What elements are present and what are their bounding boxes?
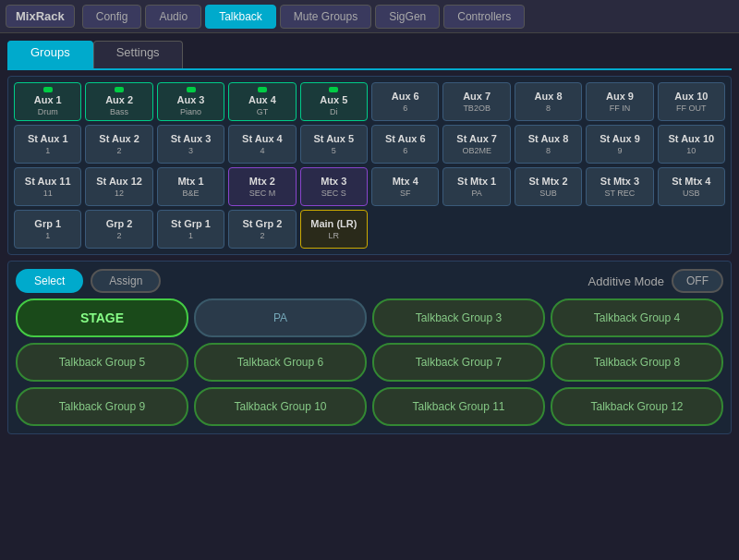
channel-sub: 2 — [117, 146, 122, 155]
channel-staux12[interactable]: St Aux 12 12 — [85, 167, 152, 206]
tab-controllers[interactable]: Controllers — [443, 5, 525, 29]
tb-group-6[interactable]: Talkback Group 6 — [194, 343, 367, 382]
sub-tab-settings[interactable]: Settings — [93, 41, 183, 68]
channel-aux4[interactable]: Aux 4 GT — [228, 82, 296, 121]
channel-name: Mtx 1 — [177, 176, 203, 188]
tb-group-10[interactable]: Talkback Group 10 — [194, 387, 367, 426]
channel-name: Aux 3 — [177, 94, 205, 106]
channel-grp1[interactable]: Grp 1 1 — [14, 210, 81, 249]
channel-aux7[interactable]: Aux 7 TB2OB — [442, 82, 510, 121]
channel-name: Mtx 3 — [321, 176, 346, 188]
tb-group-7[interactable]: Talkback Group 7 — [372, 343, 545, 382]
channel-name: Aux 5 — [320, 94, 347, 106]
channel-row-aux: Aux 1 Drum Aux 2 Bass Aux 3 Piano Aux 4 … — [14, 82, 725, 121]
tb-groups-grid: STAGE PA Talkback Group 3 Talkback Group… — [16, 298, 723, 426]
tab-talkback[interactable]: Talkback — [205, 5, 276, 29]
channel-grp2[interactable]: Grp 2 2 — [85, 210, 152, 249]
select-button[interactable]: Select — [16, 269, 83, 293]
channel-staux7[interactable]: St Aux 7 OB2ME — [442, 125, 510, 164]
tb-group-11[interactable]: Talkback Group 11 — [372, 387, 545, 426]
tb-group-pa[interactable]: PA — [194, 298, 367, 337]
channel-sub: FF IN — [610, 103, 631, 113]
channel-sub: 11 — [43, 189, 53, 198]
channel-name: St Aux 12 — [96, 176, 142, 188]
channel-row-staux: St Aux 1 1 St Aux 2 2 St Aux 3 3 St Aux … — [14, 125, 725, 164]
tab-siggen[interactable]: SigGen — [375, 5, 440, 29]
additive-mode-button[interactable]: OFF — [672, 269, 723, 293]
tab-config[interactable]: Config — [82, 5, 142, 29]
channel-staux1[interactable]: St Aux 1 1 — [14, 125, 81, 164]
channel-stmtx2[interactable]: St Mtx 2 SUB — [515, 167, 582, 206]
channel-aux9[interactable]: Aux 9 FF IN — [586, 82, 653, 121]
channel-mtx1[interactable]: Mtx 1 B&E — [157, 167, 224, 206]
channel-aux3[interactable]: Aux 3 Piano — [157, 82, 224, 121]
channel-aux6[interactable]: Aux 6 6 — [371, 82, 439, 121]
channel-staux2[interactable]: St Aux 2 2 — [85, 125, 152, 164]
channel-stmtx1[interactable]: St Mtx 1 PA — [442, 167, 510, 206]
channel-sub: USB — [683, 189, 700, 198]
channel-aux2[interactable]: Aux 2 Bass — [85, 82, 152, 121]
channel-sub: SUB — [539, 189, 557, 198]
channel-sub: ST REC — [605, 189, 636, 198]
channel-stgrp1[interactable]: St Grp 1 1 — [157, 210, 224, 249]
channel-sub: 8 — [546, 103, 551, 113]
channel-main-lr[interactable]: Main (LR) LR — [300, 210, 368, 249]
channel-row-mtx: St Aux 11 11 St Aux 12 12 Mtx 1 B&E Mtx … — [14, 167, 725, 206]
channel-name: Aux 7 — [463, 91, 491, 103]
tb-group-3[interactable]: Talkback Group 3 — [372, 298, 545, 337]
channel-staux5[interactable]: St Aux 5 5 — [300, 125, 368, 164]
additive-mode-label: Additive Mode — [588, 274, 664, 288]
channel-name: Aux 6 — [392, 91, 419, 103]
channel-mtx3[interactable]: Mtx 3 SEC S — [300, 167, 368, 206]
channel-staux8[interactable]: St Aux 8 8 — [515, 125, 582, 164]
channel-name: Grp 2 — [106, 218, 133, 230]
channel-aux5[interactable]: Aux 5 Di — [300, 82, 368, 121]
channel-name: Aux 2 — [105, 94, 133, 106]
channel-staux9[interactable]: St Aux 9 9 — [586, 125, 653, 164]
channel-staux11[interactable]: St Aux 11 11 — [14, 167, 81, 206]
channel-sub: 9 — [617, 146, 622, 155]
assign-button[interactable]: Assign — [91, 269, 161, 293]
channel-aux8[interactable]: Aux 8 8 — [515, 82, 582, 121]
channel-staux4[interactable]: St Aux 4 4 — [228, 125, 296, 164]
tb-group-9[interactable]: Talkback Group 9 — [16, 387, 188, 426]
tb-group-8[interactable]: Talkback Group 8 — [551, 343, 723, 382]
channel-stmtx3[interactable]: St Mtx 3 ST REC — [586, 167, 653, 206]
channel-sub: 10 — [686, 146, 696, 155]
channel-sub: 6 — [403, 146, 407, 155]
channel-name: Main (LR) — [310, 218, 357, 230]
channel-aux1[interactable]: Aux 1 Drum — [14, 82, 81, 121]
tb-group-stage[interactable]: STAGE — [16, 298, 188, 337]
channel-staux3[interactable]: St Aux 3 3 — [157, 125, 224, 164]
channel-name: St Mtx 2 — [528, 176, 567, 188]
channel-stgrp2[interactable]: St Grp 2 2 — [228, 210, 296, 249]
channel-stmtx4[interactable]: St Mtx 4 USB — [658, 167, 725, 206]
tab-audio[interactable]: Audio — [145, 5, 201, 29]
channel-aux10[interactable]: Aux 10 FF OUT — [658, 82, 725, 121]
channel-name: St Mtx 3 — [600, 176, 639, 188]
channel-indicator — [258, 87, 267, 92]
channel-sub: 12 — [115, 189, 124, 198]
main-content: Groups Settings Aux 1 Drum Aux 2 Bass — [0, 33, 739, 560]
tab-mute-groups[interactable]: Mute Groups — [280, 5, 371, 29]
channel-sub: Di — [330, 107, 338, 116]
channel-name: Aux 1 — [34, 94, 62, 106]
sub-tab-groups[interactable]: Groups — [7, 41, 93, 68]
channel-name: St Aux 6 — [385, 133, 426, 145]
channel-name: Mtx 2 — [249, 176, 275, 188]
channel-mtx2[interactable]: Mtx 2 SEC M — [228, 167, 296, 206]
channel-sub: Bass — [110, 107, 128, 116]
channel-sub: 2 — [260, 231, 264, 240]
tb-group-12[interactable]: Talkback Group 12 — [551, 387, 723, 426]
channel-name: St Grp 2 — [243, 218, 283, 230]
channel-name: Aux 9 — [606, 91, 634, 103]
channel-sub: 5 — [332, 146, 336, 155]
tb-group-5[interactable]: Talkback Group 5 — [16, 343, 188, 382]
tb-group-4[interactable]: Talkback Group 4 — [551, 298, 723, 337]
channel-sub: 6 — [403, 103, 407, 113]
channel-staux6[interactable]: St Aux 6 6 — [371, 125, 439, 164]
channel-staux10[interactable]: St Aux 10 10 — [658, 125, 725, 164]
channel-sub: B&E — [183, 189, 200, 198]
channel-name: St Aux 3 — [171, 133, 212, 145]
channel-mtx4[interactable]: Mtx 4 SF — [371, 167, 439, 206]
